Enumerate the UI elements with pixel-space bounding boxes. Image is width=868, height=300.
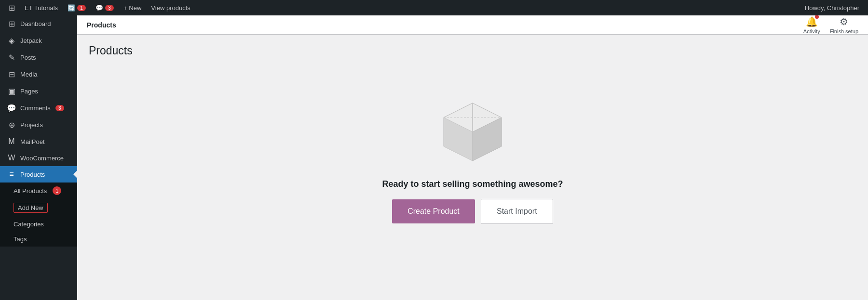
sidebar-item-comments[interactable]: 💬 Comments 3 — [0, 100, 77, 117]
view-products-label: View products — [151, 4, 190, 12]
admin-bar-right: Howdy, Christopher — [800, 0, 864, 15]
comments-badge: 3 — [105, 5, 114, 11]
wp-icon: ⊞ — [9, 3, 15, 13]
sidebar: ⊞ Dashboard ◈ Jetpack ✎ Posts ⊟ Media ▣ … — [0, 15, 77, 300]
activity-label: Activity — [803, 28, 820, 34]
sidebar-item-projects[interactable]: ⊕ Projects — [0, 117, 77, 133]
view-products-item[interactable]: View products — [146, 0, 195, 15]
comments-item[interactable]: 💬 3 — [91, 0, 119, 15]
sidebar-label-woocommerce: WooCommerce — [20, 155, 64, 162]
content-area: Products 🔔 Activity ⚙ Finish setup Produ… — [77, 15, 868, 300]
comments-icon: 💬 — [95, 4, 103, 12]
activity-notification-dot — [815, 15, 819, 19]
submenu-all-products[interactable]: All Products 1 — [0, 183, 77, 199]
submenu-tags[interactable]: Tags — [0, 232, 77, 247]
empty-state: Ready to start selling something awesome… — [89, 67, 856, 243]
content-header-actions: 🔔 Activity ⚙ Finish setup — [803, 16, 858, 34]
empty-state-buttons: Create Product Start Import — [392, 199, 553, 224]
pages-icon: ▣ — [7, 87, 16, 96]
sidebar-label-media: Media — [20, 71, 37, 78]
mailpoet-icon: M — [7, 137, 16, 146]
activity-icon: 🔔 — [806, 16, 818, 27]
sidebar-item-dashboard[interactable]: ⊞ Dashboard — [0, 15, 77, 32]
finish-setup-label: Finish setup — [830, 28, 858, 34]
sidebar-label-pages: Pages — [20, 88, 38, 95]
sidebar-item-mailpoet[interactable]: M MailPoet — [0, 133, 77, 150]
updates-badge: 1 — [77, 5, 86, 11]
sidebar-item-woocommerce[interactable]: W WooCommerce — [0, 150, 77, 166]
empty-state-message: Ready to start selling something awesome… — [382, 179, 563, 189]
sidebar-label-dashboard: Dashboard — [20, 20, 51, 27]
new-label: + New — [123, 4, 141, 12]
all-products-badge: 1 — [53, 186, 61, 195]
sidebar-label-products: Products — [20, 171, 45, 178]
create-product-button[interactable]: Create Product — [392, 199, 475, 223]
sidebar-label-comments: Comments — [20, 104, 51, 112]
activity-button[interactable]: 🔔 Activity — [803, 16, 820, 34]
content-header: Products 🔔 Activity ⚙ Finish setup — [77, 15, 868, 35]
sidebar-item-jetpack[interactable]: ◈ Jetpack — [0, 32, 77, 49]
main-layout: ⊞ Dashboard ◈ Jetpack ✎ Posts ⊟ Media ▣ … — [0, 15, 868, 300]
products-icon: ≡ — [7, 170, 16, 179]
add-new-label: Add New — [14, 203, 48, 213]
sidebar-label-projects: Projects — [20, 121, 43, 129]
sidebar-label-posts: Posts — [20, 54, 36, 61]
main-content: Products — [77, 35, 868, 300]
admin-bar: ⊞ ET Tutorials 🔄 1 💬 3 + New View produc… — [0, 0, 868, 15]
comments-icon: 💬 — [7, 104, 16, 113]
dashboard-icon: ⊞ — [7, 19, 16, 28]
updates-icon: 🔄 — [68, 4, 75, 12]
submenu-add-new[interactable]: Add New — [0, 199, 77, 217]
sidebar-item-pages[interactable]: ▣ Pages — [0, 83, 77, 100]
wp-logo-item[interactable]: ⊞ — [4, 0, 20, 15]
finish-setup-icon: ⚙ — [840, 16, 848, 27]
products-submenu: All Products 1 Add New Categories Tags — [0, 183, 77, 247]
start-import-button[interactable]: Start Import — [481, 199, 553, 224]
site-name-item[interactable]: ET Tutorials — [20, 0, 63, 15]
updates-item[interactable]: 🔄 1 — [63, 0, 91, 15]
jetpack-icon: ◈ — [7, 36, 16, 45]
new-item[interactable]: + New — [119, 0, 146, 15]
finish-setup-button[interactable]: ⚙ Finish setup — [830, 16, 858, 34]
woocommerce-icon: W — [7, 154, 16, 162]
projects-icon: ⊕ — [7, 120, 16, 130]
categories-label: Categories — [14, 221, 44, 228]
all-products-label: All Products — [14, 187, 47, 195]
empty-box-icon — [434, 96, 511, 163]
sidebar-item-media[interactable]: ⊟ Media — [0, 66, 77, 83]
user-greeting[interactable]: Howdy, Christopher — [800, 0, 864, 15]
media-icon: ⊟ — [7, 70, 16, 79]
content-header-title: Products — [87, 21, 116, 29]
sidebar-label-mailpoet: MailPoet — [20, 138, 45, 145]
comments-count-badge: 3 — [55, 105, 64, 111]
admin-bar-left: ⊞ ET Tutorials 🔄 1 💬 3 + New View produc… — [4, 0, 800, 15]
products-arrow — [73, 170, 77, 178]
sidebar-label-jetpack: Jetpack — [20, 37, 42, 44]
posts-icon: ✎ — [7, 53, 16, 62]
box-icon-container — [434, 96, 511, 165]
sidebar-item-posts[interactable]: ✎ Posts — [0, 49, 77, 66]
page-title: Products — [89, 44, 856, 57]
tags-label: Tags — [14, 235, 27, 243]
sidebar-item-products[interactable]: ≡ Products — [0, 166, 77, 183]
submenu-categories[interactable]: Categories — [0, 217, 77, 232]
site-name-label: ET Tutorials — [25, 4, 58, 12]
